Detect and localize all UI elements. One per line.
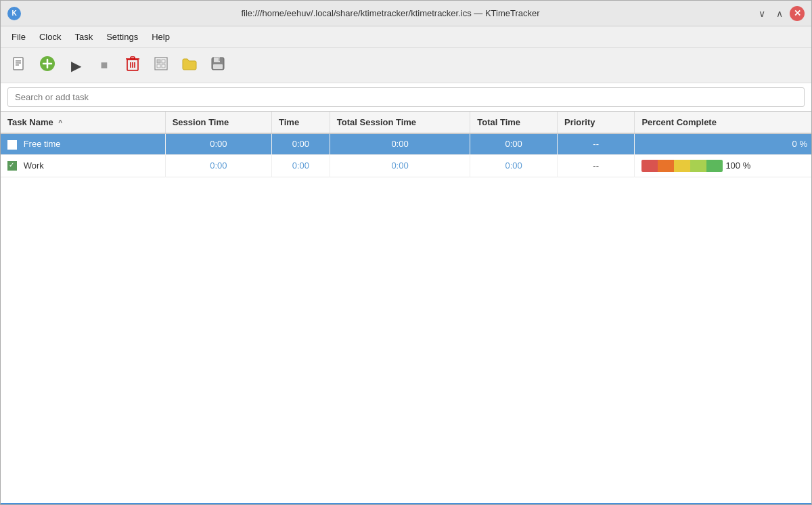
- col-session-time[interactable]: Session Time: [165, 112, 271, 133]
- main-window: K file:///home/eehuv/.local/share/ktimet…: [0, 0, 812, 505]
- task-checkbox-checked[interactable]: [7, 161, 17, 171]
- window-title: file:///home/eehuv/.local/share/ktimetra…: [26, 8, 754, 18]
- edit-icon: [154, 56, 168, 74]
- maximize-button[interactable]: ∧: [772, 6, 787, 21]
- task-table: Task Name ^ Session Time Time Total Sess…: [1, 112, 811, 177]
- progress-segment-orange: [658, 160, 674, 172]
- percent-label: 100 %: [725, 160, 751, 171]
- time-cell: 0:00: [272, 133, 330, 154]
- play-icon: ▶: [71, 58, 81, 74]
- col-priority[interactable]: Priority: [557, 112, 634, 133]
- save-button[interactable]: [205, 53, 231, 79]
- svg-rect-9: [131, 57, 135, 59]
- new-task-icon: [11, 56, 27, 75]
- start-button[interactable]: ▶: [63, 53, 89, 79]
- progress-segment-yellow: [674, 160, 690, 172]
- total-time-cell: 0:00: [470, 133, 558, 154]
- time-cell: 0:00: [272, 154, 330, 177]
- stop-icon: ■: [101, 58, 108, 72]
- titlebar-left: K: [7, 7, 26, 20]
- col-time[interactable]: Time: [272, 112, 330, 133]
- stop-button[interactable]: ■: [91, 53, 117, 79]
- task-table-area: Task Name ^ Session Time Time Total Sess…: [1, 112, 811, 504]
- menu-settings[interactable]: Settings: [101, 30, 143, 44]
- col-total-time[interactable]: Total Time: [470, 112, 558, 133]
- menu-file[interactable]: File: [6, 30, 31, 44]
- minimize-button[interactable]: ∨: [754, 6, 769, 21]
- sort-arrow-task-name: ^: [58, 119, 62, 127]
- svg-rect-14: [157, 60, 160, 63]
- total-session-time-cell: 0:00: [330, 154, 470, 177]
- percent-complete-cell: 0 %: [635, 133, 811, 154]
- menu-clock[interactable]: Clock: [34, 30, 67, 44]
- progress-segment-lightgreen: [690, 160, 706, 172]
- priority-cell: --: [557, 133, 634, 154]
- col-total-session-time[interactable]: Total Session Time: [330, 112, 470, 133]
- col-percent-complete[interactable]: Percent Complete: [635, 112, 811, 133]
- progress-segment-red: [641, 160, 658, 172]
- delete-button[interactable]: [120, 53, 145, 79]
- session-time-cell: 0:00: [165, 154, 271, 177]
- progress-segment-green: [706, 160, 723, 172]
- menu-help[interactable]: Help: [146, 30, 175, 44]
- table-header-row: Task Name ^ Session Time Time Total Sess…: [1, 112, 811, 133]
- table-row[interactable]: Work 0:00 0:00 0:00 0:00 --: [1, 154, 811, 177]
- close-icon: ✕: [794, 8, 801, 18]
- col-task-name[interactable]: Task Name ^: [1, 112, 165, 133]
- search-bar: [1, 83, 811, 112]
- svg-rect-0: [14, 58, 23, 70]
- svg-rect-16: [157, 64, 160, 68]
- total-session-time-cell: 0:00: [330, 133, 470, 154]
- svg-rect-21: [219, 58, 220, 61]
- add-task-button[interactable]: [35, 53, 60, 79]
- edit-button[interactable]: [148, 53, 174, 79]
- folder-icon: [181, 56, 198, 74]
- app-icon: K: [7, 7, 21, 20]
- percent-complete-cell: 100 %: [635, 154, 811, 177]
- task-checkbox-empty[interactable]: [7, 140, 17, 150]
- open-button[interactable]: [177, 53, 202, 79]
- session-time-cell: 0:00: [165, 133, 271, 154]
- chevron-down-icon: ∨: [759, 8, 765, 19]
- total-time-cell: 0:00: [470, 154, 558, 177]
- add-task-icon: [39, 55, 56, 76]
- progress-bar-container: 100 %: [641, 160, 805, 172]
- menubar: File Clock Task Settings Help: [1, 26, 811, 48]
- close-button[interactable]: ✕: [790, 6, 805, 21]
- table-row[interactable]: Free time 0:00 0:00 0:00 0:00 -- 0 %: [1, 133, 811, 154]
- new-task-button[interactable]: [6, 53, 32, 79]
- window-controls: ∨ ∧ ✕: [754, 6, 805, 21]
- save-icon: [210, 56, 225, 74]
- task-name-cell: Work: [1, 154, 165, 177]
- svg-rect-20: [213, 64, 223, 69]
- search-input[interactable]: [7, 87, 805, 107]
- titlebar: K file:///home/eehuv/.local/share/ktimet…: [1, 1, 811, 26]
- menu-task[interactable]: Task: [69, 30, 98, 44]
- chevron-up-icon: ∧: [776, 8, 783, 19]
- delete-icon: [125, 56, 140, 75]
- priority-cell: --: [557, 154, 634, 177]
- progress-bar: [641, 160, 723, 172]
- svg-rect-15: [162, 60, 165, 63]
- toolbar: ▶ ■: [1, 48, 811, 83]
- svg-rect-17: [162, 64, 165, 68]
- task-name-cell: Free time: [1, 133, 165, 154]
